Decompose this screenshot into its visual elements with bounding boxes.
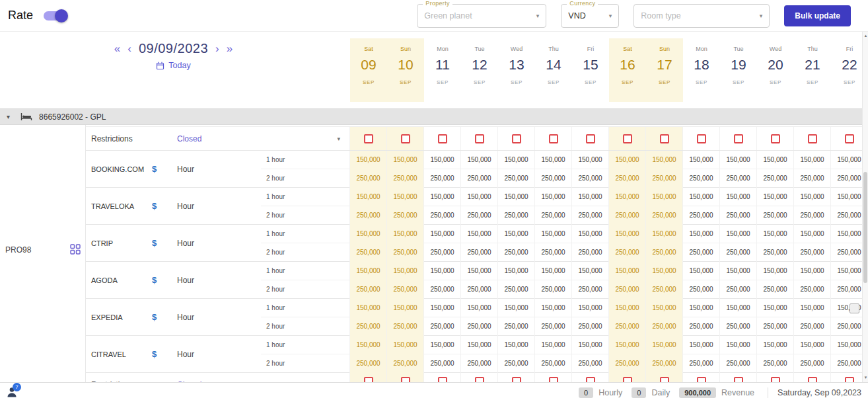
rate-cell[interactable]: 150,000 — [609, 188, 646, 206]
closed-checkbox[interactable] — [475, 134, 484, 143]
rate-cell[interactable]: 150,000 — [794, 151, 831, 169]
closed-checkbox[interactable] — [549, 377, 558, 382]
rate-cell[interactable]: 150,000 — [683, 262, 720, 280]
rate-cell[interactable]: 250,000 — [720, 317, 757, 336]
vertical-scrollbar[interactable]: ▲ ▼ — [862, 32, 868, 382]
rate-cell[interactable]: 150,000 — [646, 336, 683, 354]
date-column-header[interactable]: Thu14SEP — [535, 38, 572, 102]
rate-cell[interactable]: 250,000 — [572, 206, 609, 225]
rate-cell[interactable]: 150,000 — [609, 336, 646, 354]
rate-cell[interactable]: 250,000 — [609, 354, 646, 373]
rate-cell[interactable]: 250,000 — [794, 206, 831, 225]
closed-checkbox[interactable] — [623, 377, 632, 382]
rate-cell[interactable]: 250,000 — [461, 243, 498, 262]
closed-checkbox[interactable] — [845, 377, 854, 382]
rate-cell[interactable]: 250,000 — [572, 243, 609, 262]
rate-cell[interactable]: 150,000 — [350, 299, 387, 317]
rate-cell[interactable]: 250,000 — [498, 280, 535, 299]
rate-cell[interactable]: 250,000 — [572, 169, 609, 188]
rate-cell[interactable]: 150,000 — [572, 188, 609, 206]
rate-cell[interactable]: 250,000 — [794, 354, 831, 373]
rate-cell[interactable]: 150,000 — [424, 299, 461, 317]
rate-cell[interactable]: 250,000 — [831, 243, 863, 262]
rate-cell[interactable]: 250,000 — [683, 243, 720, 262]
rate-cell[interactable]: 150,000 — [757, 262, 794, 280]
rate-cell[interactable]: 250,000 — [461, 354, 498, 373]
currency-dollar-icon[interactable]: $ — [152, 188, 172, 224]
rate-cell[interactable]: 250,000 — [646, 354, 683, 373]
rate-cell[interactable]: 150,000 — [461, 225, 498, 243]
rate-cell[interactable]: 150,000 — [498, 299, 535, 317]
rate-cell[interactable]: 250,000 — [387, 206, 424, 225]
rate-cell[interactable]: 250,000 — [424, 169, 461, 188]
rate-cell[interactable]: 150,000 — [387, 151, 424, 169]
rate-cell[interactable]: 250,000 — [831, 206, 863, 225]
rate-cell[interactable]: 250,000 — [646, 317, 683, 336]
rate-cell[interactable]: 150,000 — [794, 188, 831, 206]
rate-cell[interactable]: 250,000 — [498, 169, 535, 188]
rate-cell[interactable]: 250,000 — [535, 243, 572, 262]
rate-cell[interactable]: 150,000 — [683, 299, 720, 317]
closed-checkbox[interactable] — [364, 377, 373, 382]
rate-cell[interactable]: 250,000 — [424, 354, 461, 373]
rate-cell[interactable]: 150,000 — [646, 299, 683, 317]
rate-cell[interactable]: 150,000 — [683, 188, 720, 206]
rate-cell[interactable]: 250,000 — [461, 206, 498, 225]
rate-cell[interactable]: 250,000 — [609, 169, 646, 188]
scroll-up-arrow[interactable]: ▲ — [863, 34, 868, 38]
property-select[interactable]: Property Green planet ▾ — [417, 4, 546, 28]
rate-cell[interactable]: 150,000 — [461, 262, 498, 280]
rate-cell[interactable]: 250,000 — [609, 280, 646, 299]
first-page-arrow[interactable]: « — [114, 43, 120, 54]
closed-checkbox[interactable] — [845, 134, 854, 143]
rate-toggle[interactable] — [44, 11, 66, 20]
rate-cell[interactable]: 150,000 — [720, 336, 757, 354]
rate-cell[interactable]: 250,000 — [757, 243, 794, 262]
next-day-arrow[interactable]: › — [215, 43, 219, 54]
closed-checkbox[interactable] — [586, 377, 595, 382]
room-type-select[interactable]: Room type ▾ — [633, 4, 770, 28]
rate-cell[interactable]: 150,000 — [720, 188, 757, 206]
rate-cell[interactable]: 250,000 — [461, 317, 498, 336]
rate-cell[interactable]: 150,000 — [720, 299, 757, 317]
rate-cell[interactable]: 250,000 — [387, 280, 424, 299]
rate-cell[interactable]: 150,000 — [498, 188, 535, 206]
rate-cell[interactable]: 150,000 — [461, 188, 498, 206]
rate-cell[interactable]: 150,000 — [387, 299, 424, 317]
rate-cell[interactable]: 150,000 — [387, 188, 424, 206]
rate-cell[interactable]: 250,000 — [757, 206, 794, 225]
rate-cell[interactable]: 250,000 — [572, 354, 609, 373]
rate-cell[interactable]: 150,000 — [794, 336, 831, 354]
date-column-header[interactable]: Sat16SEP — [609, 38, 646, 102]
currency-select[interactable]: Currency VND ▾ — [561, 4, 619, 28]
rate-cell[interactable]: 150,000 — [683, 336, 720, 354]
rate-cell[interactable]: 150,000 — [831, 225, 863, 243]
rate-cell[interactable]: 150,000 — [720, 262, 757, 280]
rate-cell[interactable]: 250,000 — [720, 206, 757, 225]
rate-cell[interactable]: 250,000 — [683, 206, 720, 225]
rate-cell[interactable]: 250,000 — [831, 317, 863, 336]
date-column-header[interactable]: Fri22SEP — [831, 38, 863, 102]
date-column-header[interactable]: Fri15SEP — [572, 38, 609, 102]
rate-cell[interactable]: 150,000 — [498, 225, 535, 243]
rate-cell[interactable]: 250,000 — [720, 169, 757, 188]
rate-cell[interactable]: 150,000 — [609, 262, 646, 280]
rate-cell[interactable]: 150,000 — [424, 225, 461, 243]
rate-cell[interactable]: 250,000 — [535, 280, 572, 299]
rate-cell[interactable]: 250,000 — [387, 317, 424, 336]
date-column-header[interactable]: Mon11SEP — [424, 38, 461, 102]
group-icon[interactable] — [70, 244, 81, 255]
rate-cell[interactable]: 150,000 — [498, 262, 535, 280]
rate-cell[interactable]: 150,000 — [572, 336, 609, 354]
rate-cell[interactable]: 250,000 — [535, 206, 572, 225]
rate-cell[interactable]: 250,000 — [646, 280, 683, 299]
restriction-dropdown[interactable]: Closed▾ — [172, 373, 350, 382]
rate-cell[interactable]: 150,000 — [424, 151, 461, 169]
rate-cell[interactable]: 150,000 — [387, 336, 424, 354]
rate-cell[interactable]: 150,000 — [572, 151, 609, 169]
rate-cell[interactable]: 250,000 — [572, 280, 609, 299]
rate-cell[interactable]: 250,000 — [350, 354, 387, 373]
closed-checkbox[interactable] — [401, 377, 410, 382]
rate-cell[interactable]: 150,000 — [350, 336, 387, 354]
collapse-caret-icon[interactable]: ▾ — [7, 113, 10, 120]
